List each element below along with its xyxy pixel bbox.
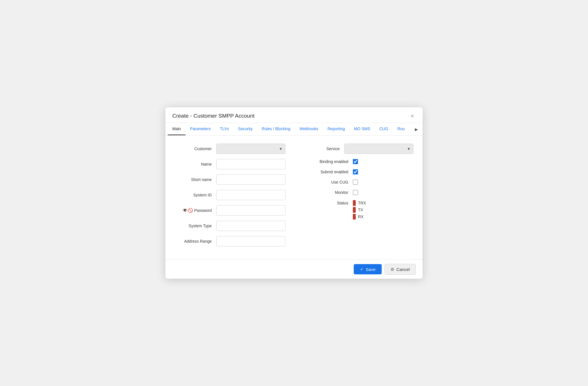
modal-dialog: Create - Customer SMPP Account × Main Pa…	[165, 107, 423, 279]
password-input[interactable]	[216, 205, 285, 216]
service-row: Service ▼	[303, 144, 413, 154]
short-name-label: Short name	[175, 177, 212, 182]
name-label: Name	[175, 162, 212, 166]
cancel-button[interactable]: ⊘ Cancel	[385, 264, 416, 275]
eye-slash-icon: 👁‍🚫	[182, 208, 193, 213]
status-items: TRX TX RX	[353, 200, 366, 220]
cancel-ban-icon: ⊘	[391, 267, 394, 272]
status-tx: TX	[353, 207, 366, 213]
customer-select[interactable]	[216, 144, 285, 154]
service-select-wrapper: ▼	[344, 144, 413, 154]
tab-scroll-arrow[interactable]: ▶	[413, 127, 420, 132]
tab-security[interactable]: Security	[233, 123, 257, 135]
tab-main[interactable]: Main	[168, 123, 185, 135]
modal-footer: ✓ Save ⊘ Cancel	[165, 260, 423, 279]
status-label: Status	[303, 200, 348, 205]
modal-body: Customer ▼ Name Short name	[165, 136, 423, 260]
customer-label: Customer	[175, 146, 212, 151]
short-name-row: Short name	[175, 174, 285, 185]
modal-header: Create - Customer SMPP Account ×	[165, 107, 423, 123]
use-cug-row: Use CUG	[303, 180, 413, 185]
system-id-label: System ID	[175, 193, 212, 197]
monitor-row: Monitor	[303, 190, 413, 195]
tab-cug[interactable]: CUG	[375, 123, 393, 135]
left-column: Customer ▼ Name Short name	[175, 144, 285, 255]
status-trx-indicator	[353, 200, 356, 206]
password-row: 👁‍🚫 Password	[175, 205, 285, 216]
cancel-label: Cancel	[396, 267, 410, 272]
binding-enabled-checkbox[interactable]	[353, 159, 358, 164]
tab-rules-blocking[interactable]: Rules / Blocking	[257, 123, 295, 135]
form-grid: Customer ▼ Name Short name	[175, 144, 413, 255]
status-row: Status TRX TX RX	[303, 200, 413, 220]
use-cug-checkbox[interactable]	[353, 180, 358, 185]
close-button[interactable]: ×	[409, 112, 416, 119]
submit-enabled-row: Submit enabled	[303, 169, 413, 174]
status-tx-indicator	[353, 207, 356, 213]
status-rx-indicator	[353, 214, 356, 220]
tab-mo-sms[interactable]: MO SMS	[349, 123, 375, 135]
monitor-label: Monitor	[303, 190, 348, 195]
save-check-icon: ✓	[360, 267, 364, 272]
name-input[interactable]	[216, 159, 285, 169]
tab-parameters[interactable]: Parameters	[185, 123, 215, 135]
submit-enabled-checkbox[interactable]	[353, 169, 358, 174]
system-type-row: System Type	[175, 221, 285, 231]
tab-reporting[interactable]: Reporting	[323, 123, 349, 135]
binding-enabled-label: Binding enabled	[303, 159, 348, 164]
customer-row: Customer ▼	[175, 144, 285, 154]
customer-select-wrapper: ▼	[216, 144, 285, 154]
status-trx-label: TRX	[358, 201, 366, 205]
submit-enabled-label: Submit enabled	[303, 170, 348, 174]
tab-tlvs[interactable]: TLVs	[215, 123, 234, 135]
address-range-row: Address Range	[175, 236, 285, 246]
tab-webhooks[interactable]: Webhooks	[295, 123, 323, 135]
system-type-label: System Type	[175, 224, 212, 228]
system-id-row: System ID	[175, 190, 285, 200]
service-select[interactable]	[344, 144, 413, 154]
status-rx: RX	[353, 214, 366, 220]
use-cug-label: Use CUG	[303, 180, 348, 184]
password-label: 👁‍🚫 Password	[175, 208, 212, 213]
monitor-checkbox[interactable]	[353, 190, 358, 195]
address-range-label: Address Range	[175, 239, 212, 244]
tab-rou[interactable]: Rou	[393, 123, 409, 135]
system-id-input[interactable]	[216, 190, 285, 200]
short-name-input[interactable]	[216, 174, 285, 185]
system-type-input[interactable]	[216, 221, 285, 231]
status-tx-label: TX	[358, 208, 363, 212]
name-row: Name	[175, 159, 285, 169]
tabs-row: Main Parameters TLVs Security Rules / Bl…	[165, 123, 423, 136]
modal-title: Create - Customer SMPP Account	[172, 113, 255, 119]
save-label: Save	[366, 267, 375, 272]
address-range-input[interactable]	[216, 236, 285, 246]
right-column: Service ▼ Binding enabled Submit enabled	[303, 144, 413, 255]
status-rx-label: RX	[358, 214, 363, 219]
binding-enabled-row: Binding enabled	[303, 159, 413, 164]
status-trx: TRX	[353, 200, 366, 206]
service-label: Service	[303, 146, 340, 151]
save-button[interactable]: ✓ Save	[354, 264, 382, 274]
